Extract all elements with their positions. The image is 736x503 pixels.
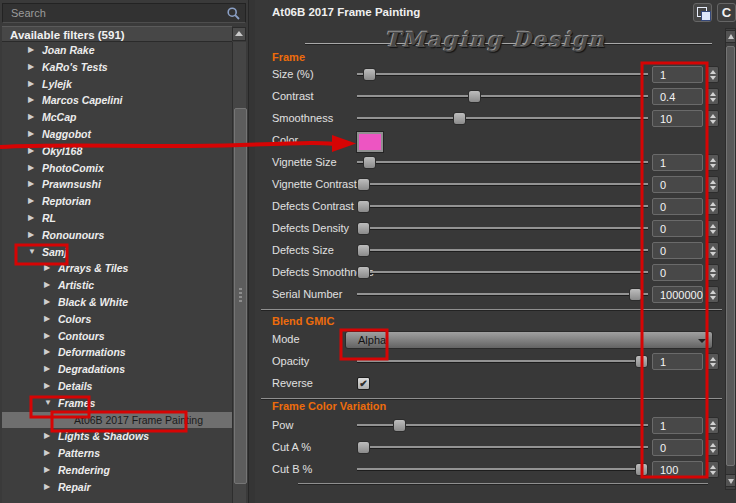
slider-handle[interactable] xyxy=(363,68,376,81)
slider-handle[interactable] xyxy=(635,355,648,368)
sidebar-scroll-up-icon[interactable] xyxy=(232,27,246,41)
tree-item-deformations[interactable]: ▶Deformations xyxy=(2,344,232,361)
slider-handle[interactable] xyxy=(357,222,370,235)
tree-collapsed-icon[interactable]: ▶ xyxy=(28,227,42,244)
spinner-up-icon[interactable] xyxy=(710,357,716,361)
defects-density-slider[interactable] xyxy=(357,222,648,236)
slider-handle[interactable] xyxy=(357,441,370,454)
tree-item-prawnsushi[interactable]: ▶Prawnsushi xyxy=(2,176,232,193)
panel-scroll-down-icon[interactable] xyxy=(725,474,736,487)
copy-windows-button[interactable] xyxy=(693,3,712,22)
mode-dropdown[interactable]: Alpha xyxy=(345,331,713,349)
slider-handle[interactable] xyxy=(357,200,370,213)
search-input[interactable] xyxy=(3,4,231,22)
tree-item-rl[interactable]: ▶RL xyxy=(2,210,232,227)
spinner-down-icon[interactable] xyxy=(710,363,716,367)
slider-handle[interactable] xyxy=(393,419,406,432)
smoothness-value[interactable]: 10 xyxy=(652,110,703,127)
tree-item-repair[interactable]: ▶Repair xyxy=(2,479,232,496)
tree-expanded-icon[interactable]: ▼ xyxy=(44,395,58,412)
reset-button[interactable]: C xyxy=(717,3,736,22)
tree-collapsed-icon[interactable]: ▶ xyxy=(44,277,58,294)
vignette-size-spinner[interactable] xyxy=(706,154,719,171)
vignette-contrast-value[interactable]: 0 xyxy=(652,176,703,193)
tree-item-marcos-capelini[interactable]: ▶Marcos Capelini xyxy=(2,92,232,109)
tree-item-reptorian[interactable]: ▶Reptorian xyxy=(2,193,232,210)
tree-item-joan-rake[interactable]: ▶Joan Rake xyxy=(2,42,232,59)
spinner-up-icon[interactable] xyxy=(710,465,716,469)
defects-size-slider[interactable] xyxy=(357,244,648,258)
tree-collapsed-icon[interactable]: ▶ xyxy=(28,160,42,177)
tree-item-naggobot[interactable]: ▶Naggobot xyxy=(2,126,232,143)
tree-collapsed-icon[interactable]: ▶ xyxy=(28,143,42,160)
slider-handle[interactable] xyxy=(468,90,481,103)
spinner-down-icon[interactable] xyxy=(710,296,716,300)
tree-item-lights-shadows[interactable]: ▶Lights & Shadows xyxy=(2,428,232,445)
spinner-up-icon[interactable] xyxy=(710,268,716,272)
tree-collapsed-icon[interactable]: ▶ xyxy=(44,344,58,361)
cut-b-slider[interactable] xyxy=(357,463,648,477)
sidebar-scrollbar-thumb[interactable] xyxy=(234,108,247,484)
tree-collapsed-icon[interactable]: ▶ xyxy=(44,445,58,462)
tree-item-ronounours[interactable]: ▶Ronounours xyxy=(2,227,232,244)
pow-slider[interactable] xyxy=(357,419,648,433)
panel-scrollbar-thumb[interactable] xyxy=(726,46,735,466)
tree-collapsed-icon[interactable]: ▶ xyxy=(44,311,58,328)
vignette-size-slider[interactable] xyxy=(357,156,648,170)
tree-collapsed-icon[interactable]: ▶ xyxy=(44,361,58,378)
tree-item-karo-s-tests[interactable]: ▶KaRo's Tests xyxy=(2,59,232,76)
size-slider[interactable] xyxy=(357,68,648,82)
tree-collapsed-icon[interactable]: ▶ xyxy=(44,428,58,445)
cut-a-slider[interactable] xyxy=(357,441,648,455)
search-field[interactable] xyxy=(2,3,246,23)
tree-collapsed-icon[interactable]: ▶ xyxy=(28,59,42,76)
tree-item-arrays-tiles[interactable]: ▶Arrays & Tiles xyxy=(2,260,232,277)
color-swatch-button[interactable] xyxy=(357,132,383,152)
spinner-up-icon[interactable] xyxy=(710,114,716,118)
cut-b-value[interactable]: 100 xyxy=(652,461,703,478)
smoothness-slider[interactable] xyxy=(357,112,648,126)
tree-item-black-white[interactable]: ▶Black & White xyxy=(2,294,232,311)
spinner-up-icon[interactable] xyxy=(710,421,716,425)
pow-value[interactable]: 1 xyxy=(652,417,703,434)
tree-item-frames[interactable]: ▼Frames xyxy=(2,395,232,412)
vignette-contrast-spinner[interactable] xyxy=(706,176,719,193)
tree-collapsed-icon[interactable]: ▶ xyxy=(44,378,58,395)
tree-item-photocomix[interactable]: ▶PhotoComix xyxy=(2,160,232,177)
spinner-up-icon[interactable] xyxy=(710,443,716,447)
contrast-slider[interactable] xyxy=(357,90,648,104)
spinner-down-icon[interactable] xyxy=(710,449,716,453)
defects-smoothness-slider[interactable] xyxy=(357,266,648,280)
sidebar-scrollbar[interactable] xyxy=(232,42,246,503)
tree-collapsed-icon[interactable]: ▶ xyxy=(28,42,42,59)
tree-item-contours[interactable]: ▶Contours xyxy=(2,328,232,345)
opacity-spinner[interactable] xyxy=(706,353,719,370)
pow-spinner[interactable] xyxy=(706,417,719,434)
tree-item-samj[interactable]: ▼Samj xyxy=(2,244,232,261)
tree-expanded-icon[interactable]: ▼ xyxy=(28,244,42,261)
spinner-down-icon[interactable] xyxy=(710,427,716,431)
vignette-size-value[interactable]: 1 xyxy=(652,154,703,171)
spinner-up-icon[interactable] xyxy=(710,246,716,250)
spinner-down-icon[interactable] xyxy=(710,274,716,278)
defects-density-value[interactable]: 0 xyxy=(652,220,703,237)
opacity-value[interactable]: 1 xyxy=(652,353,703,370)
tree-item-okyl168[interactable]: ▶Okyl168 xyxy=(2,143,232,160)
spinner-up-icon[interactable] xyxy=(710,158,716,162)
tree-item-details[interactable]: ▶Details xyxy=(2,378,232,395)
spinner-up-icon[interactable] xyxy=(710,180,716,184)
tree-item-at06b-2017-frame-painting[interactable]: At06B 2017 Frame Painting xyxy=(2,412,232,429)
slider-handle[interactable] xyxy=(453,112,466,125)
spinner-down-icon[interactable] xyxy=(710,76,716,80)
reverse-checkbox[interactable]: ✔ xyxy=(357,377,370,390)
tree-item-mccap[interactable]: ▶McCap xyxy=(2,109,232,126)
defects-smoothness-spinner[interactable] xyxy=(706,264,719,281)
defects-size-value[interactable]: 0 xyxy=(652,242,703,259)
tree-collapsed-icon[interactable]: ▶ xyxy=(44,294,58,311)
spinner-down-icon[interactable] xyxy=(710,230,716,234)
tree-item-artistic[interactable]: ▶Artistic xyxy=(2,277,232,294)
size-value[interactable]: 1 xyxy=(652,66,703,83)
spinner-up-icon[interactable] xyxy=(710,92,716,96)
spinner-down-icon[interactable] xyxy=(710,120,716,124)
defects-size-spinner[interactable] xyxy=(706,242,719,259)
